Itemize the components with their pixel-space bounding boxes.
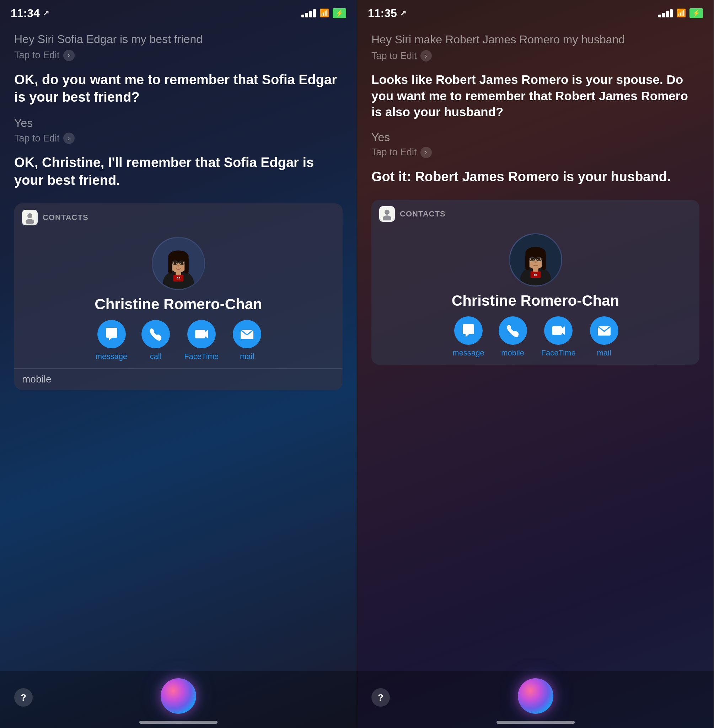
facetime-btn-left[interactable] (187, 320, 216, 348)
chevron-1-left[interactable]: › (63, 50, 75, 61)
home-indicator-left[interactable] (140, 721, 218, 724)
left-panel: 11:34 ↗ 📶 ⚡ Hey Siri Sofia Edgar is my b… (0, 0, 357, 728)
svg-rect-10 (168, 257, 172, 274)
message-btn-right[interactable] (454, 317, 483, 345)
message-btn-left[interactable] (98, 320, 126, 348)
signal-right (658, 9, 673, 17)
time-right: 11:35 (368, 7, 397, 20)
call-btn-left[interactable] (141, 320, 170, 348)
response2-right: Got it: Robert James Romero is your husb… (371, 168, 699, 186)
response2-left: OK, Christine, I'll remember that Sofia … (14, 154, 343, 189)
siri-ball-left[interactable] (160, 678, 196, 714)
svg-rect-39 (552, 326, 562, 335)
svg-point-15 (174, 261, 177, 264)
svg-rect-11 (184, 257, 189, 274)
location-icon-right: ↗ (400, 9, 406, 18)
svg-marker-40 (562, 326, 565, 335)
mobile-label-right: mobile (501, 348, 524, 357)
contacts-label-right: CONTACTS (400, 209, 446, 219)
facetime-btn-right[interactable] (544, 317, 573, 345)
avatar-svg-right: E3 (510, 233, 561, 287)
svg-point-37 (537, 258, 540, 261)
avatar-container-right: E3 (371, 226, 699, 292)
svg-point-17 (177, 265, 180, 267)
contacts-card-right: CONTACTS E3 (371, 200, 699, 365)
action-facetime-left[interactable]: FaceTime (184, 320, 219, 361)
action-mail-left[interactable]: mail (233, 320, 261, 361)
facetime-label-left: FaceTime (184, 352, 219, 361)
svg-text:E3: E3 (177, 276, 180, 280)
help-button-left[interactable]: ? (14, 688, 33, 707)
right-panel: 11:35 ↗ 📶 ⚡ Hey Siri make Robert James R… (357, 0, 714, 728)
battery-left: ⚡ (333, 8, 346, 18)
tap-edit-1-left[interactable]: Tap to Edit › (14, 50, 343, 61)
user-reply-right: Yes (371, 131, 699, 144)
siri-ball-right[interactable] (518, 678, 554, 714)
status-icons-right: 📶 ⚡ (658, 8, 703, 18)
contact-name-left: Christine Romero-Chan (14, 296, 343, 320)
contacts-header-right: CONTACTS (371, 200, 699, 226)
response1-left: OK, do you want me to remember that Sofi… (14, 71, 343, 106)
tap-edit-1-right[interactable]: Tap to Edit › (371, 50, 699, 62)
content-left: Hey Siri Sofia Edgar is my best friend T… (0, 25, 357, 671)
chevron-1-right[interactable]: › (420, 50, 432, 62)
action-mail-right[interactable]: mail (590, 317, 618, 357)
chevron-2-left[interactable]: › (63, 133, 75, 144)
action-message-right[interactable]: message (452, 317, 484, 357)
avatar-right: E3 (509, 233, 562, 287)
call-label-left: call (150, 352, 162, 361)
contact-actions-right: message mobile (371, 317, 699, 365)
contacts-app-icon-left (22, 210, 38, 225)
tap-edit-2-left[interactable]: Tap to Edit › (14, 133, 343, 144)
svg-marker-19 (205, 330, 208, 338)
user-reply-left: Yes (14, 117, 343, 130)
action-message-left[interactable]: message (96, 320, 127, 361)
signal-left (302, 9, 316, 17)
response1-right: Looks like Robert James Romero is your s… (371, 71, 699, 120)
svg-point-16 (180, 261, 183, 264)
home-indicator-right[interactable] (496, 721, 574, 724)
contact-name-right: Christine Romero-Chan (371, 292, 699, 317)
contact-actions-left: message call (14, 320, 343, 368)
status-bar-right: 11:35 ↗ 📶 ⚡ (357, 0, 714, 25)
message-label-left: message (96, 352, 127, 361)
wifi-icon-right: 📶 (676, 9, 686, 18)
help-button-right[interactable]: ? (371, 688, 390, 707)
facetime-icon-left (194, 327, 208, 341)
svg-text:E3: E3 (534, 273, 537, 276)
content-right: Hey Siri make Robert James Romero my hus… (357, 25, 714, 671)
status-icons-left: 📶 ⚡ (302, 8, 346, 18)
chevron-2-right[interactable]: › (420, 147, 432, 158)
avatar-container-left: E3 (14, 230, 343, 296)
action-mobile-right[interactable]: mobile (499, 317, 527, 357)
action-facetime-right[interactable]: FaceTime (541, 317, 576, 357)
svg-point-36 (531, 258, 534, 261)
location-icon-left: ↗ (43, 9, 49, 18)
svg-point-38 (534, 262, 537, 263)
wifi-icon-left: 📶 (320, 9, 329, 18)
action-call-left[interactable]: call (141, 320, 170, 361)
mail-btn-right[interactable] (590, 317, 618, 345)
mail-btn-left[interactable] (233, 320, 261, 348)
message-icon-right (461, 323, 476, 338)
bottom-bar-left: ? (0, 671, 357, 728)
contacts-card-left: CONTACTS E3 (14, 203, 343, 390)
mobile-row-left: mobile (14, 368, 343, 390)
query1-left: Hey Siri Sofia Edgar is my best friend (14, 32, 343, 47)
svg-point-1 (27, 213, 32, 218)
contacts-label-left: CONTACTS (43, 213, 88, 222)
contacts-app-icon-right (379, 206, 395, 222)
avatar-left: E3 (152, 237, 205, 290)
facetime-icon-right (551, 323, 566, 338)
svg-rect-31 (525, 253, 530, 270)
svg-rect-18 (195, 330, 205, 338)
bottom-bar-right: ? (357, 671, 714, 728)
message-icon-left (105, 327, 119, 341)
battery-right: ⚡ (690, 8, 703, 18)
svg-point-22 (384, 210, 390, 215)
mobile-btn-right[interactable] (499, 317, 527, 345)
time-left: 11:34 (10, 7, 40, 20)
call-icon-left (148, 327, 163, 341)
mail-icon-left (240, 327, 254, 341)
tap-edit-2-right[interactable]: Tap to Edit › (371, 147, 699, 158)
